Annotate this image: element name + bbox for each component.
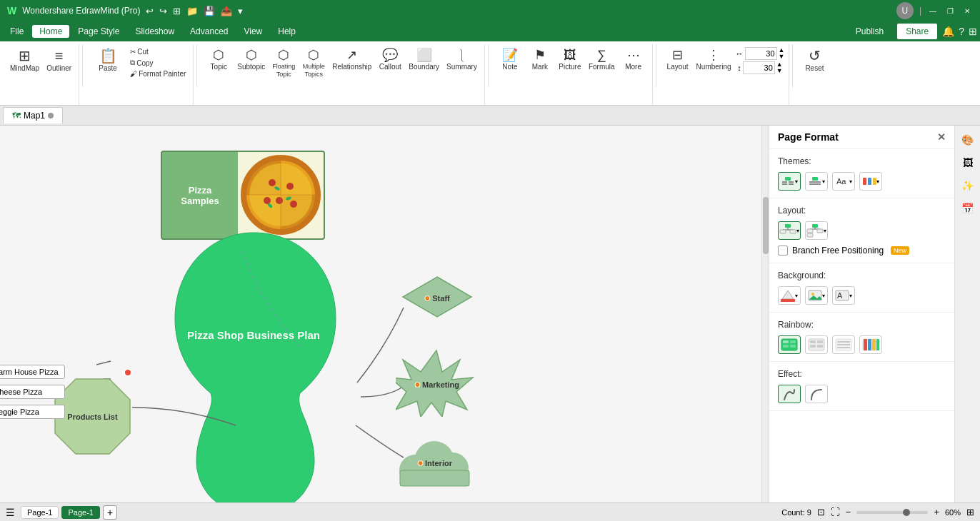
bg-option-image[interactable]: ▾ <box>805 286 828 305</box>
theme-option-3[interactable]: Aa ▾ <box>832 172 855 191</box>
map1-tab[interactable]: 🗺 Map1 <box>3 107 63 123</box>
staff-node-container[interactable]: Staff <box>401 275 473 321</box>
side-image-icon[interactable]: 🖼 <box>958 153 978 173</box>
layout-option-1[interactable]: ▾ <box>778 221 801 240</box>
theme-option-4[interactable]: ▾ <box>859 172 882 191</box>
summary-btn[interactable]: ⎱ Summary <box>444 47 480 80</box>
interior-node-container[interactable]: Interior <box>397 436 472 490</box>
panel-close-icon[interactable]: ✕ <box>937 131 946 143</box>
list-item-3[interactable]: 3. Veggie Pizza <box>0 405 65 419</box>
side-calendar-icon[interactable]: 📅 <box>958 198 978 218</box>
redo-btn[interactable]: ↪ <box>159 6 167 16</box>
copy-icon: ⧉ <box>130 59 135 67</box>
rainbow-option-3[interactable] <box>832 335 855 354</box>
publish-button[interactable]: Publish <box>847 24 892 39</box>
close-btn[interactable]: ✕ <box>961 5 973 16</box>
fit-icon[interactable]: ⊡ <box>817 507 825 517</box>
effect-option-2[interactable] <box>805 385 828 403</box>
canvas[interactable]: Pizza Samples <box>0 126 769 502</box>
zoom-thumb[interactable] <box>903 509 910 516</box>
menu-slideshow[interactable]: Slideshow <box>128 25 181 38</box>
page-add-btn[interactable]: + <box>103 505 117 520</box>
theme-option-1[interactable]: ▾ <box>778 172 801 191</box>
page-toggle-icon[interactable]: ☰ <box>3 507 18 518</box>
reset-label: Reset <box>805 64 824 73</box>
undo-btn[interactable]: ↩ <box>146 6 154 16</box>
grid-icon[interactable]: ⊞ <box>969 26 977 37</box>
zoom-in-icon[interactable]: + <box>934 507 939 517</box>
mindmap-btn[interactable]: ⊞ MindMap <box>7 47 42 74</box>
mark-btn[interactable]: ⚑ Mark <box>526 47 554 73</box>
effect-section: Effect: <box>769 362 954 411</box>
side-sparkle-icon[interactable]: ✨ <box>958 176 978 196</box>
new-btn[interactable]: ⊞ <box>173 6 181 16</box>
callout-label: Callout <box>379 63 401 71</box>
rainbow-option-4[interactable] <box>859 335 882 354</box>
rainbow-option-2[interactable] <box>805 335 828 354</box>
page-tab-1[interactable]: Page-1 <box>21 506 59 519</box>
cut-btn[interactable]: ✂ Cut <box>127 47 189 56</box>
copy-btn[interactable]: ⧉ Copy <box>127 58 189 68</box>
side-paint-icon[interactable]: 🎨 <box>958 130 978 150</box>
bg-option-fill[interactable]: ▾ <box>778 286 801 305</box>
picture-btn[interactable]: 🖼 Picture <box>556 47 584 73</box>
save-btn[interactable]: 💾 <box>204 6 215 16</box>
menu-view[interactable]: View <box>236 25 269 38</box>
share-button[interactable]: Share <box>896 23 938 40</box>
marketing-node-container[interactable]: Marketing <box>396 349 478 420</box>
staff-diamond-svg <box>401 275 473 318</box>
topic-btn[interactable]: ⬡ Topic <box>204 47 233 80</box>
relationship-btn[interactable]: ↗ Relationship <box>329 47 374 80</box>
export-btn[interactable]: 📤 <box>221 6 232 16</box>
menu-page-style[interactable]: Page Style <box>71 25 126 38</box>
reset-btn[interactable]: ↺ Reset <box>800 47 829 74</box>
menu-file[interactable]: File <box>3 25 31 38</box>
menu-help[interactable]: Help <box>271 25 303 38</box>
open-btn[interactable]: 📁 <box>186 6 198 16</box>
number-input-1[interactable]: 30 <box>745 47 777 60</box>
help-icon[interactable]: ? <box>959 26 964 37</box>
zoom-out-icon[interactable]: − <box>846 507 851 517</box>
customize-btn[interactable]: ▾ <box>238 6 243 16</box>
format-painter-btn[interactable]: 🖌 Format Painter <box>127 69 189 79</box>
callout-btn[interactable]: 💬 Callout <box>376 47 404 80</box>
formula-btn[interactable]: ∑ Formula <box>586 47 618 73</box>
rainbow-option-1[interactable] <box>778 335 801 354</box>
theme-option-2[interactable]: ▾ <box>805 172 828 191</box>
vertical-scrollbar[interactable] <box>761 126 769 502</box>
maximize-btn[interactable]: ❐ <box>944 5 956 16</box>
notification-icon[interactable]: 🔔 <box>942 26 954 37</box>
menu-advanced[interactable]: Advanced <box>183 25 235 38</box>
spin-up-1[interactable]: ▲▼ <box>779 47 785 60</box>
topic-icon: ⬡ <box>213 49 224 61</box>
fullscreen-icon[interactable]: ⛶ <box>831 507 840 517</box>
spin-up-2[interactable]: ▲▼ <box>776 61 783 74</box>
list-item-2[interactable]: 2. Cheese Pizza <box>0 385 65 399</box>
subtopic-btn[interactable]: ⬡ Subtopic <box>234 47 268 80</box>
multiple-topics-btn[interactable]: ⬡ MultipleTopics <box>299 47 328 80</box>
paste-icon: 📋 <box>99 49 117 63</box>
fit-page-icon[interactable]: ⊞ <box>966 507 974 517</box>
app-title: Wondershare EdrawMind (Pro) <box>22 6 140 16</box>
floating-topic-btn[interactable]: ⬡ FloatingTopic <box>269 47 298 80</box>
menu-home[interactable]: Home <box>32 25 69 38</box>
head-silhouette-svg <box>154 226 354 502</box>
numbering-btn[interactable]: ⋮ Numbering <box>694 47 734 74</box>
note-btn[interactable]: 📝 Note <box>496 47 524 73</box>
user-avatar[interactable]: U <box>896 2 914 19</box>
number-input-2[interactable]: 30 <box>743 61 775 74</box>
zoom-slider[interactable] <box>856 511 928 514</box>
minimize-btn[interactable]: — <box>927 5 939 16</box>
more-btn[interactable]: ⋯ More <box>619 47 648 73</box>
boundary-btn[interactable]: ⬜ Boundary <box>406 47 442 80</box>
bg-option-text[interactable]: A ▾ <box>832 286 855 305</box>
layout-btn[interactable]: ⊟ Layout <box>664 47 692 74</box>
layout-option-2[interactable]: ▾ <box>805 221 828 240</box>
paste-btn[interactable]: 📋 Paste <box>90 47 126 79</box>
branch-free-checkbox[interactable] <box>778 246 788 256</box>
list-item-1[interactable]: 1. Farm House Pizza <box>0 365 65 379</box>
outliner-btn[interactable]: ≡ Outliner <box>44 47 74 74</box>
page-tab-1-active[interactable]: Page-1 <box>61 506 99 519</box>
scroll-thumb[interactable] <box>763 197 769 254</box>
effect-option-1[interactable] <box>778 385 801 403</box>
